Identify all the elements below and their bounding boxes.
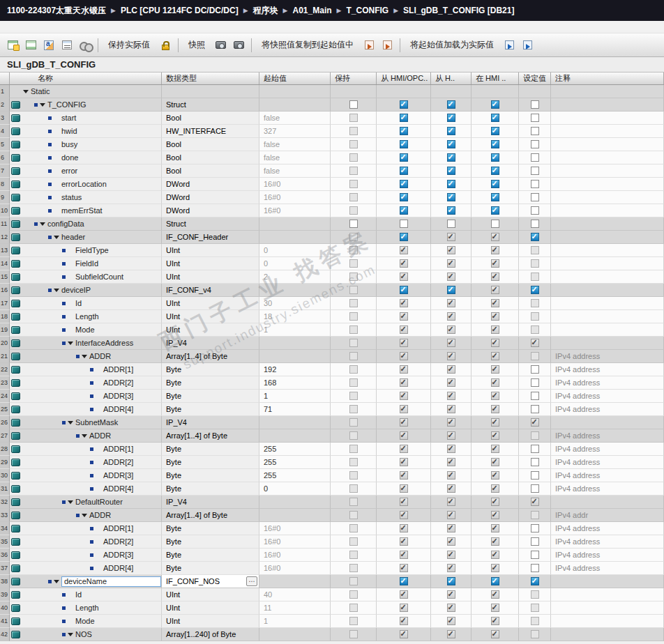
setpoint-checkbox[interactable]: [531, 551, 539, 559]
accessible-from-hmi-opc-checkbox[interactable]: [400, 233, 408, 241]
datatype-cell[interactable]: Byte: [162, 535, 259, 549]
visible-in-hmi-checkbox[interactable]: [491, 114, 499, 122]
setpoint-checkbox[interactable]: [531, 378, 539, 387]
retain-checkbox[interactable]: [349, 604, 358, 612]
row-name[interactable]: ADDR[4]: [103, 405, 133, 413]
accessible-from-hmi-opc-checkbox[interactable]: [400, 405, 408, 413]
visible-in-hmi-checkbox[interactable]: [491, 498, 499, 506]
writable-from-hmi-checkbox[interactable]: [447, 127, 455, 135]
start-value-cell[interactable]: 1: [259, 390, 331, 403]
writable-from-hmi-checkbox[interactable]: [447, 604, 455, 612]
retain-checkbox[interactable]: [349, 246, 358, 254]
retain-checkbox[interactable]: [349, 537, 358, 546]
setpoint-checkbox[interactable]: [531, 630, 539, 638]
accessible-from-hmi-opc-checkbox[interactable]: [400, 206, 408, 215]
table-row[interactable]: 19ModeUInt1: [0, 323, 664, 337]
expand-collapse-icon[interactable]: [68, 421, 73, 424]
table-row[interactable]: 14FieldIdUInt0: [0, 257, 664, 270]
datatype-cell[interactable]: UInt: [162, 244, 259, 257]
retain-checkbox[interactable]: [349, 193, 358, 201]
row-name[interactable]: ADDR[4]: [103, 564, 133, 572]
comment-cell[interactable]: IPv4 address: [551, 535, 664, 549]
insert-row-icon[interactable]: [4, 37, 21, 54]
breadcrumb-item[interactable]: 程序块: [253, 5, 278, 17]
visible-in-hmi-checkbox[interactable]: [491, 312, 499, 321]
datatype-cell[interactable]: Byte: [162, 482, 259, 496]
accessible-from-hmi-opc-checkbox[interactable]: [400, 325, 408, 334]
start-value-cell[interactable]: 0: [259, 257, 331, 270]
row-name[interactable]: hwid: [61, 127, 77, 135]
accessible-from-hmi-opc-checkbox[interactable]: [400, 180, 408, 188]
copy-snapshot-to-start-button[interactable]: 将快照值复制到起始值中: [256, 36, 359, 54]
table-row[interactable]: 7errorBoolfalse: [0, 164, 664, 178]
retain-checkbox[interactable]: [349, 590, 358, 599]
retain-lock-icon[interactable]: [157, 37, 174, 54]
comment-cell[interactable]: [551, 588, 664, 601]
row-name[interactable]: Id: [75, 299, 82, 307]
row-name[interactable]: SubnetMask: [75, 418, 118, 427]
accessible-from-hmi-opc-checkbox[interactable]: [400, 524, 408, 532]
writable-from-hmi-checkbox[interactable]: [447, 445, 455, 453]
visible-in-hmi-checkbox[interactable]: [491, 405, 499, 413]
setpoint-checkbox[interactable]: [531, 524, 539, 532]
start-value-cell[interactable]: 16#0: [259, 204, 331, 217]
snapshot-camera-icon[interactable]: [212, 37, 229, 54]
column-header-startvalue[interactable]: 起始值: [259, 72, 331, 84]
breadcrumb-item[interactable]: PLC [CPU 1214FC DC/DC/DC]: [121, 6, 239, 15]
retain-checkbox[interactable]: [349, 286, 358, 294]
start-value-cell[interactable]: 255: [259, 469, 331, 482]
start-value-cell[interactable]: [259, 85, 331, 98]
visible-in-hmi-checkbox[interactable]: [491, 259, 499, 268]
visible-in-hmi-checkbox[interactable]: [491, 577, 499, 585]
datatype-cell[interactable]: Bool: [162, 151, 259, 164]
visible-in-hmi-checkbox[interactable]: [491, 100, 499, 109]
expand-collapse-icon[interactable]: [82, 355, 87, 358]
table-row[interactable]: 18LengthUInt18: [0, 310, 664, 323]
writable-from-hmi-checkbox[interactable]: [447, 193, 455, 201]
comment-cell[interactable]: [551, 601, 664, 615]
retain-checkbox[interactable]: [349, 206, 358, 215]
start-value-cell[interactable]: false: [259, 138, 331, 151]
setpoint-checkbox[interactable]: [531, 100, 539, 109]
row-name[interactable]: ADDR[2]: [103, 458, 133, 466]
comment-cell[interactable]: IPv4 address: [551, 549, 664, 562]
expand-collapse-icon[interactable]: [40, 103, 45, 107]
retain-checkbox[interactable]: [349, 259, 358, 268]
accessible-from-hmi-opc-checkbox[interactable]: [400, 114, 408, 122]
retain-checkbox[interactable]: [349, 445, 358, 453]
table-row[interactable]: 28ADDR[1]Byte255IPv4 address: [0, 443, 664, 456]
update-interface-icon[interactable]: [77, 37, 93, 54]
start-value-cell[interactable]: 2: [259, 270, 331, 284]
datatype-cell[interactable]: IP_V4: [162, 416, 259, 429]
visible-in-hmi-checkbox[interactable]: [491, 233, 499, 241]
datatype-cell[interactable]: UInt: [162, 588, 259, 601]
column-header-in-hmi[interactable]: 在 HMI ..: [471, 72, 519, 84]
datatype-cell[interactable]: IP_V4: [162, 496, 259, 509]
writable-from-hmi-checkbox[interactable]: [447, 511, 455, 519]
column-header-comment[interactable]: 注释: [551, 72, 664, 84]
visible-in-hmi-checkbox[interactable]: [491, 246, 499, 254]
row-name[interactable]: ADDR[1]: [103, 445, 133, 453]
expand-collapse-icon[interactable]: [40, 222, 45, 226]
visible-in-hmi-checkbox[interactable]: [491, 418, 499, 427]
datatype-cell[interactable]: DWord: [162, 204, 259, 217]
table-row[interactable]: 41ModeUInt1: [0, 615, 664, 628]
column-header-from-hmi[interactable]: 从 H..: [431, 72, 471, 84]
accessible-from-hmi-opc-checkbox[interactable]: [400, 193, 408, 201]
start-value-cell[interactable]: [259, 575, 331, 588]
retain-checkbox[interactable]: [349, 378, 358, 387]
retain-checkbox[interactable]: [349, 153, 358, 162]
row-name[interactable]: ADDR: [89, 511, 111, 519]
writable-from-hmi-checkbox[interactable]: [447, 431, 455, 440]
load-start-as-actual-button[interactable]: 将起始值加载为实际值: [405, 36, 499, 54]
comment-cell[interactable]: [551, 284, 664, 297]
setpoint-checkbox[interactable]: [531, 206, 539, 215]
row-name[interactable]: Length: [75, 312, 99, 321]
datatype-cell[interactable]: HW_INTERFACE: [162, 125, 259, 138]
table-row[interactable]: 27ADDRArray[1..4] of ByteIPv4 address: [0, 429, 664, 443]
visible-in-hmi-checkbox[interactable]: [491, 352, 499, 360]
start-value-cell[interactable]: 11: [259, 601, 331, 615]
visible-in-hmi-checkbox[interactable]: [491, 551, 499, 559]
start-value-cell[interactable]: 18: [259, 310, 331, 323]
setpoint-checkbox[interactable]: [531, 617, 539, 625]
